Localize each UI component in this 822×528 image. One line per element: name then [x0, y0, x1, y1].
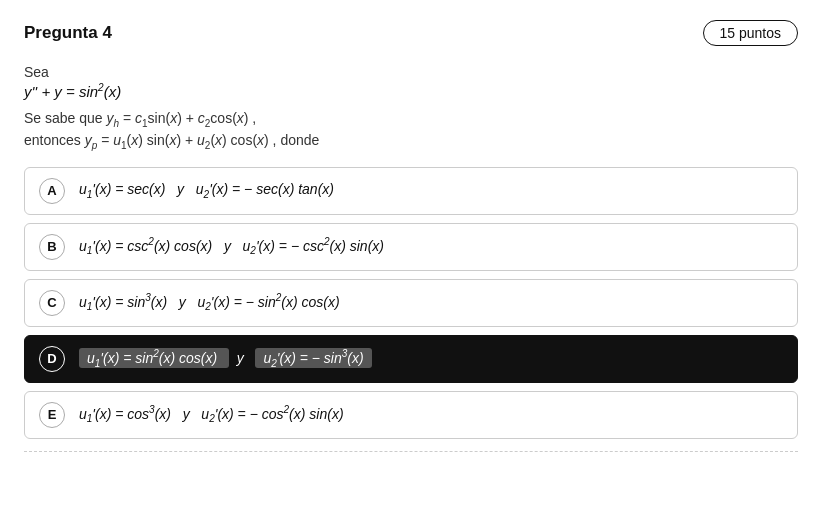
option-b-text: u1'(x) = csc2(x) cos(x) y u2'(x) = − csc… — [79, 234, 384, 259]
option-a-letter: A — [39, 178, 65, 204]
option-d-part1: u1'(x) = sin2(x) cos(x) — [79, 348, 229, 368]
then-line: entonces yp = u1(x) sin(x) + u2(x) cos(x… — [24, 132, 798, 151]
option-c-letter: C — [39, 290, 65, 316]
option-d[interactable]: D u1'(x) = sin2(x) cos(x) y u2'(x) = − s… — [24, 335, 798, 383]
premise: Se sabe que yh = c1sin(x) + c2cos(x) , — [24, 110, 798, 129]
option-e-letter: E — [39, 402, 65, 428]
points-badge: 15 puntos — [703, 20, 799, 46]
option-d-part2: u2'(x) = − sin3(x) — [255, 348, 371, 368]
option-a[interactable]: A u1'(x) = sec(x) y u2'(x) = − sec(x) ta… — [24, 167, 798, 215]
equation: y'' + y = sin2(x) — [24, 82, 798, 100]
option-d-letter: D — [39, 346, 65, 372]
bottom-divider — [24, 451, 798, 452]
option-c[interactable]: C u1'(x) = sin3(x) y u2'(x) = − sin2(x) … — [24, 279, 798, 327]
sea-label: Sea — [24, 64, 798, 80]
option-b-letter: B — [39, 234, 65, 260]
option-e-text: u1'(x) = cos3(x) y u2'(x) = − cos2(x) si… — [79, 402, 344, 427]
option-d-text: u1'(x) = sin2(x) cos(x) y u2'(x) = − sin… — [79, 346, 372, 371]
option-a-text: u1'(x) = sec(x) y u2'(x) = − sec(x) tan(… — [79, 178, 334, 203]
option-e[interactable]: E u1'(x) = cos3(x) y u2'(x) = − cos2(x) … — [24, 391, 798, 439]
option-c-text: u1'(x) = sin3(x) y u2'(x) = − sin2(x) co… — [79, 290, 340, 315]
question-title: Pregunta 4 — [24, 23, 112, 43]
option-b[interactable]: B u1'(x) = csc2(x) cos(x) y u2'(x) = − c… — [24, 223, 798, 271]
